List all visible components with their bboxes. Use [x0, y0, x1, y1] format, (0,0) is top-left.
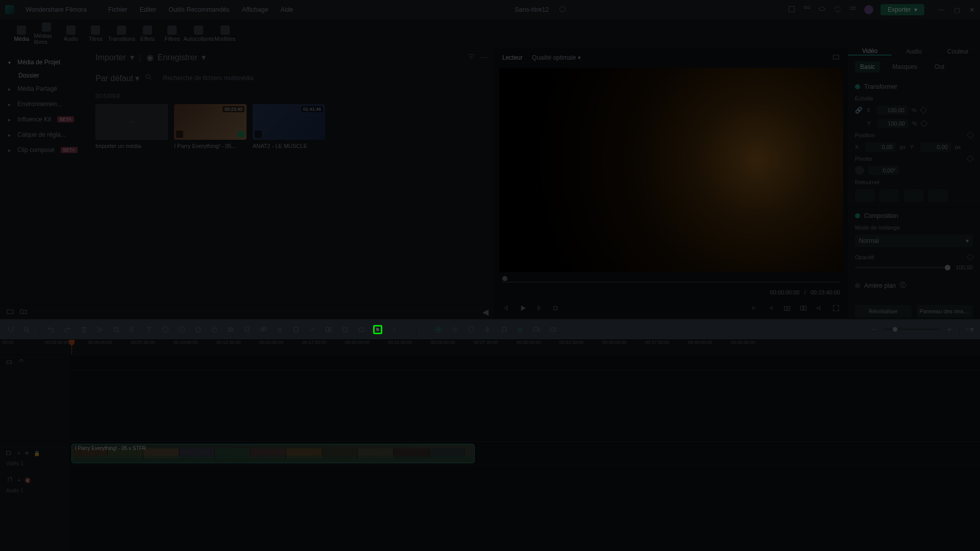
tab-filters[interactable]: Filtres — [160, 19, 184, 47]
flip-diag1-button[interactable] — [904, 189, 923, 202]
timeline-ruler[interactable]: 00:0000:02:30:0000:05:00:0000:07:30:0000… — [0, 339, 980, 355]
snapshot-panel-button[interactable]: Panneau des imag... — [917, 305, 973, 317]
grid-icon[interactable] — [803, 5, 811, 15]
menu-display[interactable]: Affichage — [242, 6, 268, 13]
crop-icon[interactable] — [112, 325, 121, 334]
screenshot-icon[interactable] — [548, 325, 557, 334]
media-clip-1[interactable]: 00:23:40 I Parry Everything! - 05... — [174, 104, 247, 149]
rotate-input[interactable] — [868, 166, 899, 175]
play-icon[interactable] — [519, 304, 527, 314]
section-toggle-icon[interactable] — [855, 213, 860, 218]
compare-icon[interactable] — [799, 304, 807, 314]
flip-vertical-button[interactable] — [879, 189, 899, 202]
expand-right-icon[interactable] — [389, 325, 399, 334]
magnet-icon[interactable] — [6, 325, 15, 334]
mic-icon[interactable] — [483, 325, 492, 334]
tab-media[interactable]: Média — [9, 19, 34, 47]
tree-compound-clip[interactable]: ▸Clip composéBETA — [3, 142, 86, 158]
music-icon[interactable] — [499, 325, 508, 334]
tab-stickers[interactable]: Autocollants — [185, 19, 213, 47]
subtab-out[interactable]: Out — [929, 61, 949, 72]
subtab-basic[interactable]: Basic — [855, 61, 880, 72]
preview-canvas[interactable] — [499, 68, 843, 272]
export-button[interactable]: Exporter ▾ — [880, 4, 924, 15]
detach-audio-icon[interactable] — [324, 325, 333, 334]
redo-icon[interactable] — [63, 325, 72, 334]
inspector-tab-video[interactable]: Vidéo — [848, 47, 892, 56]
menu-file[interactable]: Fichier — [108, 6, 128, 13]
sort-dropdown[interactable]: Par défaut ▾ — [95, 73, 139, 83]
timeline-tracks[interactable]: I Parry Everything! - 05 v STFR — [69, 355, 980, 551]
ai-tool-icon[interactable] — [434, 325, 443, 334]
reset-button[interactable]: Réinitialiser — [855, 305, 912, 317]
timeline-clip[interactable]: I Parry Everything! - 05 v STFR — [71, 444, 475, 463]
marker-icon[interactable] — [242, 325, 252, 334]
visibility-icon[interactable]: 👁 — [24, 450, 30, 456]
subtab-masks[interactable]: Masques — [887, 61, 922, 72]
zoom-in-icon[interactable]: + — [945, 325, 954, 334]
flip-diag2-button[interactable] — [928, 189, 948, 202]
section-toggle-icon[interactable] — [855, 84, 860, 89]
tree-folder[interactable]: Dossier — [3, 70, 86, 81]
cloud-sync-icon[interactable] — [558, 5, 567, 15]
background-label[interactable]: Arrière plan — [864, 282, 896, 289]
view-options-icon[interactable]: ▾ — [965, 325, 974, 334]
maximize-icon[interactable]: ▢ — [954, 6, 960, 14]
keyframe-icon[interactable] — [967, 155, 974, 162]
prev-frame-icon[interactable] — [502, 304, 510, 314]
tab-titles[interactable]: Titres — [83, 19, 108, 47]
layout-icon[interactable] — [788, 5, 796, 15]
next-frame-icon[interactable] — [535, 304, 543, 314]
duration-icon[interactable] — [210, 325, 219, 334]
freeze-icon[interactable] — [340, 325, 350, 334]
keyframe-icon[interactable] — [920, 120, 927, 127]
menu-edit[interactable]: Editer — [139, 6, 156, 13]
import-media-cell[interactable]: Importer un média — [95, 104, 168, 149]
link-icon[interactable]: 🔗 — [855, 107, 863, 114]
lock-toggle-icon[interactable] — [17, 358, 26, 367]
inspector-tab-audio[interactable]: Audio — [892, 47, 936, 56]
fullscreen-icon[interactable] — [832, 304, 840, 314]
keyframe-icon[interactable] — [967, 254, 974, 261]
tab-effects[interactable]: Effets — [135, 19, 160, 47]
tree-influence-kit[interactable]: ▸Influence KitBETA — [3, 112, 86, 127]
tree-project-media[interactable]: ▾Média de Projet — [3, 55, 86, 70]
zoom-out-icon[interactable]: − — [869, 325, 878, 334]
close-icon[interactable]: ✕ — [969, 6, 975, 14]
render-icon[interactable] — [308, 325, 317, 334]
position-y-input[interactable] — [920, 142, 951, 152]
media-clip-2[interactable]: 01:41:46 ANAT2 - LE MUSCLE — [253, 104, 325, 149]
save-dropdown[interactable]: ◉Enregistrer ▾ — [146, 53, 206, 62]
tree-environment[interactable]: ▸Environnemen... — [3, 96, 86, 112]
mixer-icon[interactable] — [516, 325, 525, 334]
text-icon[interactable] — [144, 325, 154, 334]
shield-icon[interactable] — [467, 325, 476, 334]
zoom-slider[interactable] — [884, 329, 940, 330]
stop-icon[interactable] — [551, 304, 559, 314]
mute-icon[interactable] — [816, 304, 824, 314]
more-icon[interactable]: ⋯ — [480, 53, 488, 62]
mark-out-icon[interactable] — [767, 304, 775, 314]
collapse-left-icon[interactable]: ◀ — [482, 307, 488, 317]
preview-scrubber[interactable] — [502, 276, 840, 287]
flip-horizontal-button[interactable] — [855, 189, 874, 202]
mute-track-icon[interactable]: 🔇 — [24, 478, 31, 483]
color-icon[interactable] — [161, 325, 170, 334]
group-icon[interactable] — [259, 325, 268, 334]
scale-x-input[interactable] — [877, 106, 908, 115]
tree-adjustment-layer[interactable]: ▸Calque de régla... — [3, 127, 86, 142]
tree-shared-media[interactable]: ▸Média Partagé — [3, 81, 86, 96]
keyframe-icon[interactable] — [967, 132, 974, 139]
section-toggle-icon[interactable] — [855, 283, 860, 288]
search-input[interactable] — [158, 72, 488, 84]
cursor-icon[interactable] — [22, 325, 32, 334]
menu-tools[interactable]: Outils Recommandés — [168, 6, 230, 13]
add-track-icon[interactable]: + — [17, 450, 20, 456]
mask-icon[interactable] — [291, 325, 301, 334]
record-screen-icon[interactable] — [532, 325, 541, 334]
undo-icon[interactable] — [46, 325, 56, 334]
lock-icon[interactable]: 🔒 — [34, 450, 40, 456]
add-track-icon[interactable]: + — [17, 478, 20, 483]
smart-edit-icon[interactable] — [226, 325, 235, 334]
filter-icon[interactable] — [467, 53, 475, 63]
